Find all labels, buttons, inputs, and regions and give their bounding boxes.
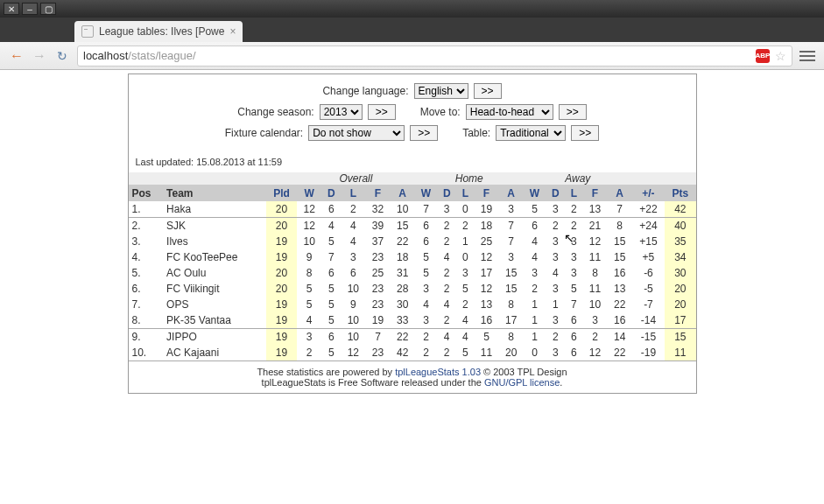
season-label: Change season: <box>237 106 313 118</box>
col-al[interactable]: L <box>565 186 582 202</box>
col-of[interactable]: F <box>365 186 390 202</box>
table-select[interactable]: Traditional <box>496 125 566 141</box>
window-close-button[interactable]: ✕ <box>4 3 19 15</box>
window-maximize-button[interactable]: ▢ <box>40 3 56 15</box>
header-row: PosTeamPldWDLFAWDLFAWDLFA+/-Pts <box>129 186 696 202</box>
col-team[interactable]: Team <box>163 186 266 202</box>
col-af[interactable]: F <box>582 186 607 202</box>
col-od[interactable]: D <box>321 186 341 202</box>
col-pts[interactable]: Pts <box>665 186 695 202</box>
col-hd[interactable]: D <box>437 186 456 202</box>
fixture-select[interactable]: Do not show <box>308 125 405 141</box>
table-row: 7.OPS1955923304421381171022-720 <box>129 297 696 312</box>
lang-go-button[interactable]: >> <box>474 83 502 99</box>
page-icon <box>81 25 94 38</box>
table-row: 1.Haka2012623210730193532137+2242 <box>129 201 696 218</box>
table-row: 4.FC KooTeePee1997323185401234331115+534 <box>129 249 696 265</box>
col-pm[interactable]: +/- <box>632 186 665 202</box>
move-label: Move to: <box>420 106 461 118</box>
table-row: 3.Ilves19105437226212574331215+1535 <box>129 234 696 249</box>
table-row: 2.SJK2012443915622187622218+2440 <box>129 218 696 234</box>
forward-button[interactable]: → <box>32 48 47 64</box>
browser-tab[interactable]: League tables: Ilves [Powe × <box>74 21 243 42</box>
url-path: /stats/league/ <box>128 49 195 62</box>
table-row: 9.JIPPO19361072224458126214-1515 <box>129 329 696 346</box>
table-row: 10.AC Kajaani192512234222511200361222-19… <box>129 345 696 361</box>
titlebar: ✕ – ▢ <box>0 0 824 18</box>
col-hf[interactable]: F <box>474 186 498 202</box>
fixture-go-button[interactable]: >> <box>410 125 438 141</box>
group-away: Away <box>524 172 632 186</box>
group-overall: Overall <box>297 172 415 186</box>
toolbar: ← → ↻ localhost/stats/league/ ABP ☆ <box>0 42 824 70</box>
reload-button[interactable]: ↻ <box>54 48 70 64</box>
tab-title: League tables: Ilves [Powe <box>99 25 224 38</box>
close-tab-icon[interactable]: × <box>229 25 236 38</box>
abp-icon[interactable]: ABP <box>756 49 770 63</box>
back-button[interactable]: ← <box>9 48 25 64</box>
league-table: Overall Home Away PosTeamPldWDLFAWDLFAWD… <box>129 172 696 361</box>
move-select[interactable]: Head-to-head <box>466 104 553 120</box>
table-row: 8.PK-35 Vantaa19451019333241617136316-14… <box>129 312 696 329</box>
table-go-button[interactable]: >> <box>571 125 599 141</box>
window-minimize-button[interactable]: – <box>22 3 38 15</box>
col-pos[interactable]: Pos <box>129 186 164 202</box>
url-bar[interactable]: localhost/stats/league/ ABP ☆ <box>77 46 792 66</box>
lang-select[interactable]: English <box>414 83 468 99</box>
app-window: ✕ – ▢ League tables: Ilves [Powe × ← → ↻… <box>0 0 824 504</box>
col-ad[interactable]: D <box>546 186 565 202</box>
controls: Change language: English >> Change seaso… <box>129 74 696 151</box>
col-aa[interactable]: A <box>608 186 632 202</box>
table-label: Table: <box>462 127 490 139</box>
fixture-label: Fixture calendar: <box>225 127 303 139</box>
table-body: 1.Haka2012623210730193532137+22422.SJK20… <box>129 201 696 361</box>
col-pld[interactable]: Pld <box>266 186 297 202</box>
table-row: 6.FC Viikingit205510232832512152351113-5… <box>129 281 696 297</box>
page-content: Change language: English >> Change seaso… <box>0 70 824 504</box>
col-ha[interactable]: A <box>499 186 524 202</box>
browser-tabbar: League tables: Ilves [Powe × <box>0 18 824 42</box>
url-host: localhost <box>83 49 128 62</box>
group-header-row: Overall Home Away <box>129 172 696 186</box>
col-oa[interactable]: A <box>391 186 415 202</box>
col-hl[interactable]: L <box>456 186 474 202</box>
col-aw[interactable]: W <box>524 186 546 202</box>
col-ow[interactable]: W <box>297 186 321 202</box>
lang-label: Change language: <box>322 85 408 97</box>
menu-button[interactable] <box>799 51 815 61</box>
season-go-button[interactable]: >> <box>368 104 396 120</box>
col-ol[interactable]: L <box>341 186 365 202</box>
last-updated: Last updated: 15.08.2013 at 11:59 <box>129 151 696 172</box>
group-home: Home <box>415 172 524 186</box>
table-row: 5.AC Oulu2086625315231715343816-630 <box>129 265 696 281</box>
move-go-button[interactable]: >> <box>559 104 587 120</box>
col-hw[interactable]: W <box>415 186 437 202</box>
tplstats-link[interactable]: tplLeagueStats 1.03 <box>395 367 481 377</box>
bookmark-icon[interactable]: ☆ <box>775 49 786 63</box>
season-select[interactable]: 2013 <box>320 104 363 120</box>
footer: These statistics are powered by tplLeagu… <box>129 361 696 393</box>
license-link[interactable]: GNU/GPL license <box>484 377 560 388</box>
content-frame: Change language: English >> Change seaso… <box>128 74 697 394</box>
